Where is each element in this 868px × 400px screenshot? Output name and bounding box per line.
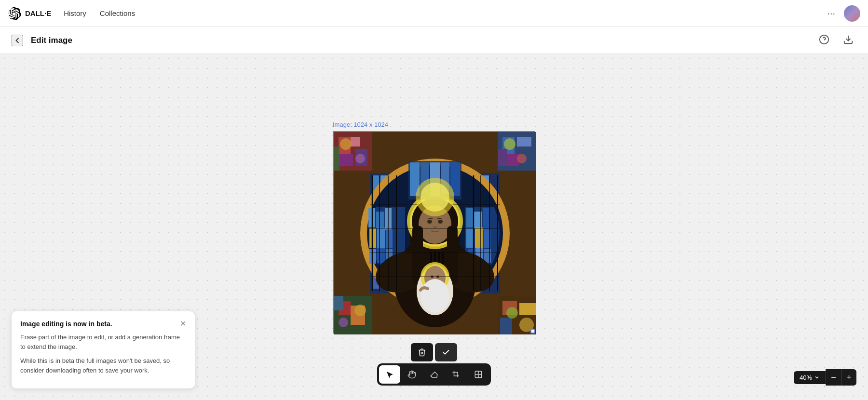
image-action-toolbar xyxy=(411,343,457,361)
svg-point-91 xyxy=(427,220,432,224)
top-navigation: DALL·E History Collections ··· xyxy=(0,0,868,27)
svg-rect-67 xyxy=(377,248,385,263)
frame-tool-button[interactable] xyxy=(468,365,489,384)
svg-rect-15 xyxy=(517,137,531,147)
svg-rect-7 xyxy=(351,137,360,147)
app-logo[interactable]: DALL·E xyxy=(8,7,51,20)
svg-point-92 xyxy=(438,220,443,224)
hand-tool-button[interactable] xyxy=(401,365,422,384)
svg-rect-29 xyxy=(500,318,512,334)
eraser-icon xyxy=(430,370,438,379)
hand-icon xyxy=(407,370,416,379)
frame-icon xyxy=(474,370,483,379)
avatar[interactable] xyxy=(844,5,860,22)
help-button[interactable] xyxy=(816,31,832,49)
subheader: Edit image xyxy=(0,27,868,54)
svg-rect-72 xyxy=(483,208,489,230)
select-tool-button[interactable] xyxy=(379,365,400,384)
delete-selection-button[interactable] xyxy=(411,343,433,361)
back-icon xyxy=(13,36,22,45)
download-button[interactable] xyxy=(840,31,856,49)
collections-link[interactable]: Collections xyxy=(95,6,140,20)
canvas-container: Image: 1024 x 1024 xyxy=(0,54,868,400)
svg-rect-8 xyxy=(339,154,353,166)
check-icon xyxy=(442,348,450,357)
svg-rect-73 xyxy=(466,228,473,248)
image-canvas[interactable] xyxy=(333,131,535,333)
svg-rect-10 xyxy=(334,147,339,171)
selection-handle[interactable] xyxy=(530,329,535,333)
openai-icon xyxy=(8,7,21,20)
svg-point-105 xyxy=(420,279,449,313)
stained-glass-image xyxy=(334,132,536,334)
svg-rect-23 xyxy=(334,296,343,310)
svg-point-24 xyxy=(354,305,366,316)
svg-point-25 xyxy=(339,318,348,327)
more-options-button[interactable]: ··· xyxy=(822,5,840,22)
crop-icon xyxy=(452,370,461,379)
canvas-inner: Image: 1024 x 1024 xyxy=(0,54,868,400)
crop-tool-button[interactable] xyxy=(446,365,467,384)
svg-rect-28 xyxy=(519,303,536,315)
eraser-tool-button[interactable] xyxy=(423,365,445,384)
confirm-button[interactable] xyxy=(435,343,457,361)
tool-selector-bar xyxy=(377,363,491,386)
history-link[interactable]: History xyxy=(59,6,91,20)
svg-point-125 xyxy=(420,183,449,212)
svg-rect-65 xyxy=(386,229,393,248)
svg-rect-70 xyxy=(466,208,473,227)
svg-rect-64 xyxy=(377,227,385,248)
svg-point-12 xyxy=(355,154,365,163)
image-dimensions-label: Image: 1024 x 1024 xyxy=(333,121,388,128)
svg-point-18 xyxy=(504,138,515,150)
app-name-label: DALL·E xyxy=(25,9,51,17)
cursor-icon xyxy=(385,370,394,379)
svg-rect-74 xyxy=(475,227,483,248)
page-title: Edit image xyxy=(31,36,72,45)
svg-rect-78 xyxy=(484,249,491,263)
svg-point-30 xyxy=(506,307,518,319)
svg-point-11 xyxy=(340,138,352,150)
subheader-actions xyxy=(816,31,856,49)
download-icon xyxy=(843,34,854,45)
help-icon xyxy=(819,34,829,45)
svg-point-19 xyxy=(517,154,527,163)
back-button[interactable] xyxy=(12,35,23,46)
trash-icon xyxy=(418,348,426,357)
svg-rect-17 xyxy=(498,149,507,166)
svg-rect-61 xyxy=(376,212,384,228)
main-area: Image: 1024 x 1024 xyxy=(0,54,868,400)
